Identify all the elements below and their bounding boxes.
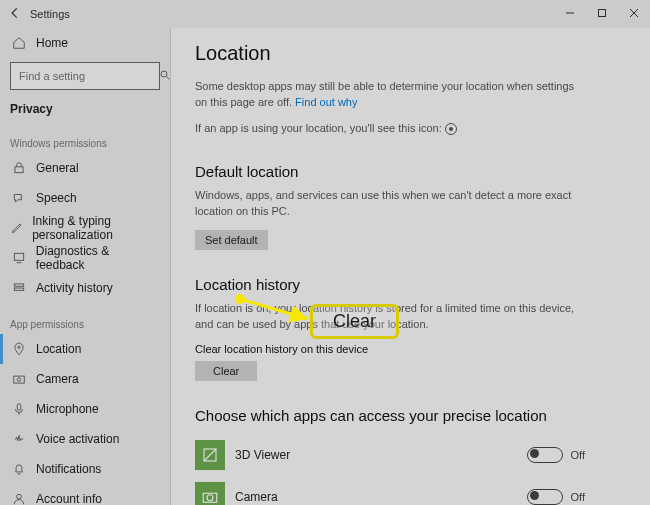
svg-line-26 <box>240 299 308 319</box>
annotation-dot <box>235 294 245 304</box>
annotation-arrow <box>0 0 650 505</box>
